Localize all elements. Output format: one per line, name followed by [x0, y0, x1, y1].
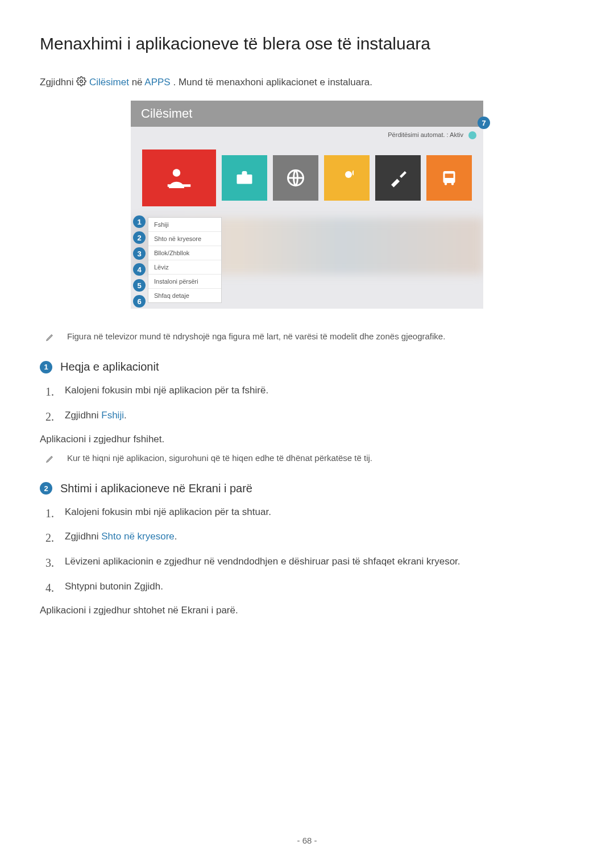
auto-update-label: Përditësimi automat. : Aktiv — [388, 131, 463, 138]
s1-step-2-pre: Zgjidhni — [65, 410, 101, 421]
s2-step-1: Kalojeni fokusin mbi një aplikacion për … — [45, 505, 574, 519]
section-1-result: Aplikacioni i zgjedhur fshihet. — [40, 434, 574, 445]
callout-5: 5 — [133, 279, 146, 292]
app-tile-bus[interactable] — [426, 155, 472, 201]
svg-rect-2 — [168, 184, 191, 187]
menu-item-move[interactable]: Lëviz — [148, 260, 221, 275]
app-tile-globe[interactable] — [273, 155, 318, 201]
s1-step-1: Kalojeni fokusin mbi një aplikacion për … — [45, 384, 574, 397]
svg-rect-7 — [445, 174, 454, 178]
s2-step-3-text: Lëvizeni aplikacionin e zgjedhur në vend… — [65, 556, 460, 567]
menu-item-delete[interactable]: Fshiji — [148, 218, 221, 232]
intro-pre: Zgjidhni — [40, 77, 76, 88]
intro-line: Zgjidhni Cilësimet në APPS . Mund të men… — [40, 76, 574, 89]
callout-3: 3 — [133, 247, 146, 260]
auto-update-row: Përditësimi automat. : Aktiv — [131, 127, 483, 144]
app-tile-tools[interactable] — [375, 155, 421, 201]
s2-step-2-pre: Zgjidhni — [65, 531, 101, 542]
app-tile-row — [131, 144, 483, 206]
section-1-badge: 1 — [40, 361, 52, 373]
pencil-icon — [45, 333, 56, 343]
s2-step-4: Shtypni butonin Zgjidh. — [45, 580, 574, 593]
settings-figure: Cilësimet Përditësimi automat. : Aktiv F… — [131, 101, 483, 309]
section-1-heading: 1 Heqja e aplikacionit — [40, 360, 574, 373]
s1-step-2-link[interactable]: Fshiji — [101, 410, 124, 421]
callout-1: 1 — [133, 215, 146, 228]
intro-link-apps[interactable]: APPS — [144, 77, 170, 88]
context-menu: Fshiji Shto në kryesore Bllok/Zhbllok Lë… — [148, 217, 222, 303]
section-1-note: Kur të hiqni një aplikacion, sigurohuni … — [45, 453, 574, 465]
figure-header: Cilësimet — [131, 101, 483, 127]
section-2-title: Shtimi i aplikacioneve në Ekrani i parë — [60, 482, 252, 495]
callout-6: 6 — [133, 295, 146, 308]
app-tile-briefcase[interactable] — [222, 155, 267, 201]
svg-point-8 — [445, 182, 447, 185]
callout-2: 2 — [133, 231, 146, 244]
section-2-result: Aplikacioni i zgjedhur shtohet në Ekrani… — [40, 605, 574, 616]
intro-post: . Mund të menaxhoni aplikacionet e insta… — [173, 77, 372, 88]
svg-rect-3 — [237, 175, 252, 184]
page-title: Menaxhimi i aplikacioneve të blera ose t… — [40, 34, 574, 53]
s2-step-4-text: Shtypni butonin Zgjidh. — [65, 581, 163, 592]
svg-point-9 — [451, 182, 454, 185]
svg-point-5 — [345, 171, 352, 178]
menu-item-reinstall[interactable]: Instaloni përsëri — [148, 275, 221, 289]
s2-step-2-link[interactable]: Shto në kryesore — [101, 531, 175, 542]
section-2-steps: Kalojeni fokusin mbi një aplikacion për … — [45, 505, 574, 593]
app-tile-food[interactable] — [324, 155, 370, 201]
intro-link-settings[interactable]: Cilësimet — [89, 77, 129, 88]
intro-mid: në — [132, 77, 145, 88]
s2-step-1-text: Kalojeni fokusin mbi një aplikacion për … — [65, 506, 271, 517]
figure-note: Figura në televizor mund të ndryshojë ng… — [45, 331, 574, 343]
callout-4: 4 — [133, 263, 146, 276]
menu-item-add-home[interactable]: Shto në kryesore — [148, 232, 221, 246]
s1-step-2: Zgjidhni Fshiji. — [45, 409, 574, 422]
section-1-note-text: Kur të hiqni një aplikacion, sigurohuni … — [67, 453, 372, 465]
s2-step-2-post: . — [175, 531, 177, 542]
pencil-icon — [45, 454, 56, 465]
s1-step-1-text: Kalojeni fokusin mbi një aplikacion për … — [65, 385, 268, 396]
svg-point-0 — [80, 80, 83, 83]
s1-step-2-post: . — [124, 410, 127, 421]
gear-icon — [76, 76, 86, 89]
section-2-badge: 2 — [40, 482, 52, 495]
page-number: - 68 - — [0, 836, 614, 845]
app-tile-featured[interactable] — [142, 149, 216, 206]
menu-item-lock[interactable]: Bllok/Zhbllok — [148, 246, 221, 260]
callout-7: 7 — [478, 117, 490, 129]
toggle-on-icon[interactable] — [468, 131, 476, 139]
section-2-heading: 2 Shtimi i aplikacioneve në Ekrani i par… — [40, 482, 574, 495]
svg-point-1 — [173, 169, 181, 177]
section-1-steps: Kalojeni fokusin mbi një aplikacion për … — [45, 384, 574, 422]
s2-step-3: Lëvizeni aplikacionin e zgjedhur në vend… — [45, 555, 574, 568]
menu-item-details[interactable]: Shfaq detaje — [148, 289, 221, 302]
s2-step-2: Zgjidhni Shto në kryesore. — [45, 530, 574, 543]
figure-note-text: Figura në televizor mund të ndryshojë ng… — [67, 331, 445, 343]
section-1-title: Heqja e aplikacionit — [60, 360, 159, 373]
